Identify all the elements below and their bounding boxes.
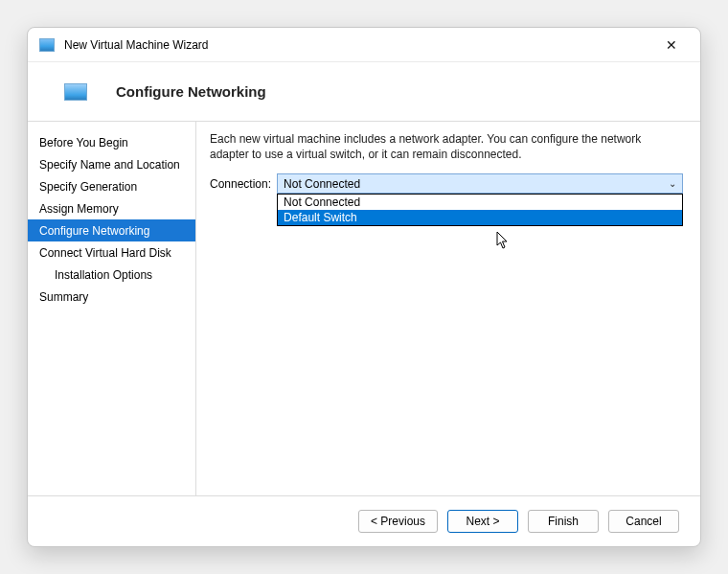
wizard-step[interactable]: Assign Memory (28, 197, 195, 219)
wizard-header: Configure Networking (28, 62, 700, 122)
connection-row: Connection: Not Connected ⌄ Not Connecte… (210, 173, 683, 194)
cancel-button[interactable]: Cancel (608, 510, 679, 533)
previous-button[interactable]: < Previous (358, 510, 438, 533)
app-icon (39, 38, 55, 52)
wizard-step[interactable]: Installation Options (28, 264, 195, 286)
combobox-value: Not Connected (284, 177, 360, 191)
chevron-down-icon: ⌄ (669, 178, 676, 189)
description-text: Each new virtual machine includes a netw… (210, 131, 683, 162)
wizard-step[interactable]: Specify Name and Location (28, 153, 195, 175)
content-area: Each new virtual machine includes a netw… (196, 122, 700, 495)
wizard-step[interactable]: Connect Virtual Hard Disk (28, 241, 195, 264)
connection-combo-wrap: Not Connected ⌄ Not ConnectedDefault Swi… (277, 173, 683, 194)
wizard-step[interactable]: Summary (28, 286, 195, 308)
page-icon (64, 83, 87, 101)
close-icon: ✕ (666, 37, 677, 53)
wizard-step[interactable]: Specify Generation (28, 175, 195, 197)
next-button[interactable]: Next > (447, 510, 518, 533)
dropdown-option[interactable]: Default Switch (278, 210, 682, 225)
connection-combobox[interactable]: Not Connected ⌄ (277, 173, 683, 194)
window-title: New Virtual Machine Wizard (64, 38, 209, 52)
wizard-body: Before You BeginSpecify Name and Locatio… (28, 122, 700, 496)
connection-dropdown: Not ConnectedDefault Switch (277, 194, 683, 226)
close-button[interactable]: ✕ (654, 32, 689, 58)
page-title: Configure Networking (116, 83, 266, 100)
wizard-step[interactable]: Before You Begin (28, 131, 195, 153)
finish-button[interactable]: Finish (528, 510, 599, 533)
wizard-footer: < Previous Next > Finish Cancel (28, 496, 700, 546)
connection-label: Connection: (210, 177, 271, 191)
wizard-step[interactable]: Configure Networking (28, 219, 195, 241)
wizard-window: New Virtual Machine Wizard ✕ Configure N… (27, 27, 701, 547)
wizard-steps: Before You BeginSpecify Name and Locatio… (28, 122, 196, 495)
titlebar: New Virtual Machine Wizard ✕ (28, 28, 700, 62)
dropdown-option[interactable]: Not Connected (278, 195, 682, 210)
